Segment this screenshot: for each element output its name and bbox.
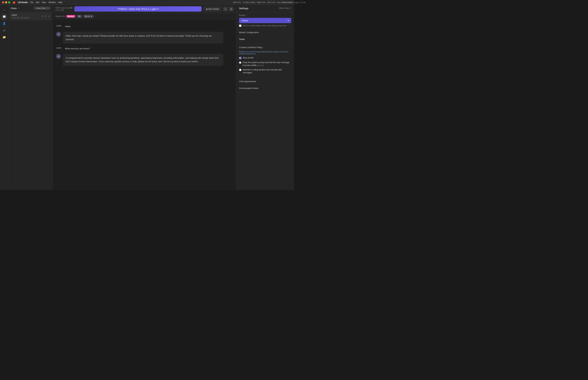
main-content: RAM Usage 5.12 GB CPU: 0 % TheBloke • ze…: [53, 5, 236, 190]
menubar: 🍎 LM Studio File Edit View Window Help M…: [0, 0, 294, 5]
chat-delete-button[interactable]: ✕: [48, 15, 50, 18]
menubar-center: Model RAM Usage 5.12 GB: [283, 1, 294, 3]
overflow-label-2: Keep the system prompt and the first use…: [243, 61, 290, 67]
tools-header: Tools: [239, 38, 291, 40]
overflow-option-2: Keep the system prompt and the first use…: [239, 61, 291, 67]
chats-gear-icon[interactable]: ⚙: [18, 7, 19, 9]
message-delete-btn-4[interactable]: 🗑: [229, 55, 233, 58]
conversation-notes-section[interactable]: Conversation Notes ›: [236, 85, 294, 92]
message-content-4: I'm programmed to provide various assist…: [63, 54, 223, 66]
menu-edit[interactable]: Edit: [36, 1, 39, 3]
tools-section: Tools: [236, 36, 294, 44]
message-content-2: Hello, how may I assist you today? Pleas…: [63, 32, 223, 44]
minimize-button[interactable]: [5, 1, 7, 3]
chat-info-button[interactable]: ⓘ: [41, 15, 44, 18]
context-overflow-body: Behavior for when the generated tokens l…: [236, 51, 294, 78]
apple-icon[interactable]: 🍎: [13, 1, 16, 4]
badge-7b: 7B: [76, 15, 82, 18]
top-bar: RAM Usage 5.12 GB CPU: 0 % TheBloke • ze…: [53, 5, 236, 13]
sidebar-icon-arrows[interactable]: ⇄: [1, 27, 7, 33]
overflow-note-2: (default): [257, 64, 264, 66]
message-bubble-1: Hello, how may I assist you today? Pleas…: [63, 32, 223, 44]
message-edit-btn-2[interactable]: ✎: [225, 33, 228, 36]
model-info-label: Model Info: [56, 15, 65, 18]
chat-item[interactable]: Hello! 21.32 MB, 161 tokens ⓘ ✎ ✕: [10, 12, 52, 20]
context-overflow-header[interactable]: Context Overflow Policy ˅: [236, 44, 294, 51]
message-row-4: AI I'm programmed to provide various ass…: [53, 53, 236, 67]
message-delete-btn-1[interactable]: 🗑: [229, 25, 233, 28]
ask-confirmation-row: Ask for confirmation when overriding pre…: [239, 24, 291, 27]
window-ctrl-left[interactable]: ◫: [223, 7, 228, 11]
message-text-1: Hello!: [65, 24, 223, 29]
context-overflow-section: Context Overflow Policy ˅ Behavior for w…: [236, 44, 294, 78]
message-edit-btn-1[interactable]: ✎: [225, 25, 228, 28]
model-config-label: Model Configuration: [239, 31, 259, 34]
badge-mistral: Mistral: [66, 15, 75, 18]
chat-appearance-label: Chat Appearance: [239, 80, 256, 83]
cpu-label: CPU:: [56, 9, 60, 11]
message-role-1: USER: [56, 24, 63, 27]
badge-q4ks: Q4_K_S: [83, 15, 94, 18]
close-button[interactable]: [2, 1, 4, 3]
menu-help[interactable]: Help: [58, 1, 62, 3]
eject-model-button[interactable]: ⏏ Eject Model: [204, 7, 221, 11]
message-role-3: USER: [56, 46, 63, 49]
sidebar-icon-chat[interactable]: 💬: [1, 14, 7, 20]
conversation-notes-label: Conversation Notes: [239, 87, 258, 90]
message-row-1: USER Hello! ✎ 🗑: [53, 23, 236, 30]
overflow-description: Behavior for when the generated tokens l…: [239, 51, 291, 55]
window-ctrl-right[interactable]: ▣: [229, 7, 233, 11]
message-edit-btn-4[interactable]: ✎: [225, 55, 228, 58]
model-selector-button[interactable]: TheBloke • zephyr beta 7B q4_k_s gguf ▾: [74, 6, 202, 12]
preset-info-icon[interactable]: ⓘ: [246, 14, 247, 17]
menu-file[interactable]: File: [30, 1, 33, 3]
model-info-icon[interactable]: ⓘ: [95, 15, 97, 18]
ram-stat: RAM 74%: [257, 1, 266, 3]
cpu-stat: CPU 17%: [267, 1, 275, 3]
menu-view[interactable]: View: [42, 1, 46, 3]
model-configuration-row[interactable]: Model Configuration ›: [236, 29, 294, 36]
message-edit-btn-3[interactable]: ✎: [225, 47, 228, 50]
model-name: TheBloke • zephyr beta 7B q4_k_s gguf: [117, 8, 156, 10]
preset-arrow-icon: ▾: [288, 19, 289, 22]
show-help-button[interactable]: Show Help ⓘ: [279, 7, 291, 10]
chat-messages: USER Hello! ✎ 🗑 AI Hello, how may I assi…: [53, 19, 236, 190]
chat-edit-button[interactable]: ✎: [45, 15, 47, 18]
sidebar-icon-person[interactable]: 👤: [1, 20, 7, 27]
overflow-label-1: Stop at limit: [243, 57, 253, 59]
message-content-1: Hello!: [65, 24, 223, 29]
preset-label: Preset ⓘ: [239, 14, 291, 17]
conversation-notes-chevron: ›: [291, 87, 291, 89]
overflow-option-1: Stop at limit: [239, 57, 291, 59]
message-delete-btn-3[interactable]: 🗑: [229, 47, 233, 50]
ask-confirmation-checkbox[interactable]: [239, 24, 241, 27]
context-overflow-chevron: ˅: [290, 46, 291, 48]
chat-appearance-chevron: ›: [291, 80, 291, 82]
chat-item-actions: ⓘ ✎ ✕: [41, 15, 50, 18]
new-chat-button[interactable]: + New Chat ⌘N: [34, 6, 51, 10]
ai-avatar-2: AI: [56, 54, 61, 59]
overflow-radio-2[interactable]: [239, 61, 241, 64]
menu-window[interactable]: Window: [49, 1, 56, 3]
maximize-button[interactable]: [8, 1, 10, 3]
chat-appearance-section[interactable]: Chat Appearance ›: [236, 78, 294, 85]
ask-confirmation-info[interactable]: ⓘ: [288, 24, 289, 27]
system-stats: RAM Usage 5.12 GB CPU: 0 %: [56, 7, 72, 11]
ai-avatar-1: AI: [56, 32, 61, 37]
chats-sidebar: Chats ⚙ + New Chat ⌘N Hello! 21.32 MB, 1…: [8, 5, 53, 190]
model-config-chevron: ›: [291, 32, 291, 34]
window-controls: ◫ ▣: [223, 7, 233, 11]
preset-dropdown[interactable]: Zephyr ▾: [239, 18, 291, 23]
overflow-label-3: Maintain a rolling window and truncate p…: [243, 68, 291, 74]
ssd-stat: SSD 67%: [233, 1, 241, 3]
sidebar-icon-files[interactable]: 📁: [1, 34, 7, 40]
message-row-3: USER What services are those? ✎ 🗑: [53, 45, 236, 53]
overflow-radio-1[interactable]: [239, 57, 241, 59]
message-delete-btn-2[interactable]: 🗑: [229, 33, 233, 36]
cpu-value: 0 %: [60, 9, 63, 11]
traffic-lights: [2, 1, 10, 3]
overflow-radio-3[interactable]: [239, 69, 241, 71]
sidebar-icon-home[interactable]: ⌂: [1, 7, 7, 13]
app-name[interactable]: LM Studio: [18, 1, 28, 3]
settings-preset-section: Preset ⓘ Zephyr ▾ Ask for confirmation w…: [236, 12, 294, 29]
